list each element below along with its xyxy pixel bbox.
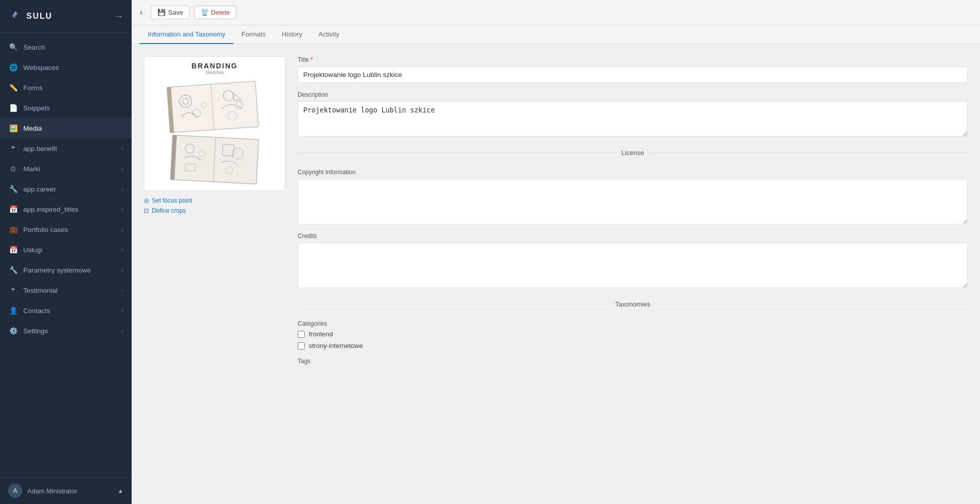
crop-icon: ⊡	[144, 207, 149, 214]
branding-label: BRANDING	[191, 62, 237, 70]
chevron-icon: ›	[121, 186, 124, 192]
license-divider: License	[298, 149, 968, 157]
tab-activity[interactable]: Activity	[310, 25, 347, 44]
category-checkbox-frontend[interactable]	[298, 331, 305, 338]
credits-textarea[interactable]	[298, 243, 968, 288]
nav-label-app-inspired-titles: app.inspired_titles	[23, 206, 78, 213]
nav-icon-parametry-systemowe: 🔧	[8, 265, 18, 275]
category-item-frontend[interactable]: frontend	[298, 330, 968, 338]
categories-list: frontend strony-internetowe	[298, 330, 968, 350]
sidebar-header: SULU →	[0, 0, 132, 33]
sidebar-item-settings[interactable]: ⚙️ Settings ›	[0, 321, 132, 341]
image-actions: ◎ Set focus point ⊡ Define crops	[144, 197, 285, 214]
save-button[interactable]: 💾 Save	[151, 6, 190, 19]
chevron-icon: ›	[121, 206, 124, 212]
tags-label: Tags	[298, 358, 968, 365]
title-group: Title	[298, 56, 968, 83]
categories-label: Categories	[298, 320, 968, 327]
copyright-textarea[interactable]	[298, 179, 968, 224]
sulu-logo-icon	[8, 9, 22, 23]
nav-icon-uslugi: 📅	[8, 245, 18, 255]
categories-group: Categories frontend strony-internetowe	[298, 320, 968, 350]
license-label: License	[622, 149, 644, 157]
tab-history[interactable]: History	[274, 25, 310, 44]
branding-image: BRANDING Sketches	[144, 57, 285, 190]
tags-group: Tags	[298, 358, 968, 365]
nav-label-app-benefit: app.benefit	[23, 145, 57, 152]
set-focus-point-link[interactable]: ◎ Set focus point	[144, 197, 285, 204]
sidebar-item-search[interactable]: 🔍 Search	[0, 37, 132, 57]
copyright-group: Copyright Information	[298, 169, 968, 224]
sidebar-item-app-career[interactable]: 🔧 app.career ›	[0, 179, 132, 199]
sidebar-item-webspaces[interactable]: 🌐 Webspaces	[0, 57, 132, 77]
nav-label-forms: Forms	[23, 84, 43, 92]
nav-label-marki: Marki	[23, 165, 40, 173]
nav-icon-marki: ⊙	[8, 164, 18, 174]
taxonomies-divider: Taxonomies	[298, 300, 968, 308]
toolbar: ‹ 💾 Save 🗑️ Delete	[132, 0, 980, 25]
sketch-svg	[156, 79, 273, 185]
nav-icon-testimonial: ❝	[8, 285, 18, 295]
focus-icon: ◎	[144, 197, 149, 204]
credits-group: Credits	[298, 232, 968, 288]
category-label-frontend: frontend	[309, 330, 333, 338]
tab-information[interactable]: Information and Taxonomy	[140, 25, 233, 44]
chevron-icon: ›	[121, 166, 124, 172]
sidebar-item-snippets[interactable]: 📄 Snippets	[0, 98, 132, 118]
nav-icon-settings: ⚙️	[8, 326, 18, 336]
chevron-icon: ›	[121, 267, 124, 273]
sidebar-toggle[interactable]: →	[114, 11, 124, 22]
nav-label-snippets: Snippets	[23, 104, 50, 112]
nav-label-search: Search	[23, 44, 45, 51]
svg-point-0	[14, 13, 17, 16]
sidebar-item-uslugi[interactable]: 📅 Usługi ›	[0, 240, 132, 260]
form-panel: Title Description Projektowanie logo Lub…	[298, 56, 968, 492]
save-icon: 💾	[157, 9, 166, 16]
taxonomies-label: Taxonomies	[615, 300, 650, 308]
image-panel: BRANDING Sketches	[144, 56, 285, 492]
nav-icon-app-benefit: ❝	[8, 143, 18, 153]
sidebar-nav: 🔍 Search 🌐 Webspaces ✏️ Forms 📄 Snippets…	[0, 33, 132, 477]
chevron-icon: ›	[121, 145, 124, 151]
category-checkbox-strony-internetowe[interactable]	[298, 342, 305, 350]
tab-formats[interactable]: Formats	[233, 25, 274, 44]
delete-icon: 🗑️	[200, 9, 209, 16]
sidebar-footer[interactable]: A Adam Ministrator ▲	[0, 477, 132, 504]
nav-label-contacts: Contacts	[23, 307, 50, 315]
nav-icon-search: 🔍	[8, 42, 18, 52]
chevron-icon: ›	[121, 328, 124, 334]
sidebar-item-contacts[interactable]: 👤 Contacts ›	[0, 300, 132, 321]
sidebar-item-app-benefit[interactable]: ❝ app.benefit ›	[0, 138, 132, 159]
back-button[interactable]: ‹	[140, 7, 143, 18]
delete-button[interactable]: 🗑️ Delete	[194, 6, 237, 19]
nav-label-portfolio-cases: Portfolio cases	[23, 226, 68, 234]
sidebar-item-parametry-systemowe[interactable]: 🔧 Parametry systemowe ›	[0, 260, 132, 280]
sidebar-item-forms[interactable]: ✏️ Forms	[0, 77, 132, 98]
sidebar-item-marki[interactable]: ⊙ Marki ›	[0, 159, 132, 179]
sidebar-item-media[interactable]: 🖼️ Media	[0, 118, 132, 138]
description-textarea[interactable]: Projektowanie logo Lublin szkice	[298, 101, 968, 137]
sidebar-item-testimonial[interactable]: ❝ Testimonial ›	[0, 280, 132, 300]
sketch-area	[149, 79, 280, 185]
nav-icon-app-inspired-titles: 📅	[8, 204, 18, 214]
main-content: ‹ 💾 Save 🗑️ Delete Information and Taxon…	[132, 0, 980, 504]
nav-icon-webspaces: 🌐	[8, 62, 18, 72]
nav-label-app-career: app.career	[23, 185, 56, 193]
nav-label-webspaces: Webspaces	[23, 64, 59, 71]
chevron-icon: ›	[121, 307, 124, 314]
nav-icon-media: 🖼️	[8, 123, 18, 133]
chevron-icon: ›	[121, 226, 124, 232]
title-label: Title	[298, 56, 968, 63]
sidebar-logo: SULU	[8, 9, 53, 23]
nav-icon-portfolio-cases: 💼	[8, 224, 18, 235]
description-group: Description Projektowanie logo Lublin sz…	[298, 91, 968, 137]
title-input[interactable]	[298, 66, 968, 83]
nav-label-parametry-systemowe: Parametry systemowe	[23, 266, 91, 274]
footer-chevron[interactable]: ▲	[117, 487, 124, 494]
nav-icon-snippets: 📄	[8, 103, 18, 113]
sidebar-item-portfolio-cases[interactable]: 💼 Portfolio cases ›	[0, 219, 132, 240]
category-item-strony-internetowe[interactable]: strony-internetowe	[298, 342, 968, 350]
define-crops-link[interactable]: ⊡ Define crops	[144, 207, 285, 214]
sidebar-item-app-inspired-titles[interactable]: 📅 app.inspired_titles ›	[0, 199, 132, 219]
nav-label-testimonial: Testimonial	[23, 287, 58, 294]
